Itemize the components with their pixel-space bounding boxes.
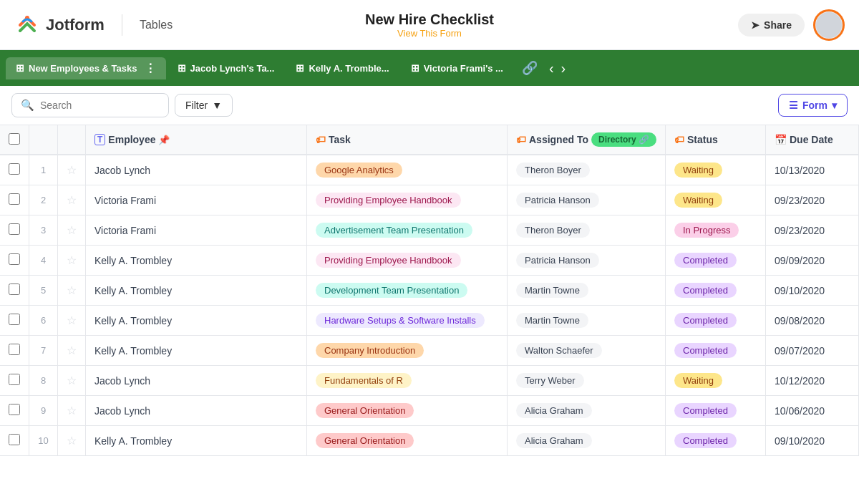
star-icon-3[interactable]: ☆ (67, 254, 77, 266)
row-checkbox-4[interactable] (9, 284, 20, 295)
row-star-5[interactable]: ☆ (58, 306, 86, 336)
row-assigned-0: Theron Boyer (508, 155, 666, 185)
row-checkbox-6[interactable] (9, 344, 20, 355)
search-icon: 🔍 (21, 99, 34, 112)
avatar[interactable] (813, 9, 845, 41)
row-due-date-9: 09/10/2020 (766, 426, 859, 456)
row-employee-8: Jacob Lynch (86, 396, 307, 426)
row-star-1[interactable]: ☆ (58, 185, 86, 215)
row-checkbox-7[interactable] (9, 374, 20, 385)
table-row: 7 ☆ Kelly A. Trombley Company Introducti… (0, 336, 859, 366)
row-checkbox-cell-8[interactable] (0, 396, 29, 426)
assigned-col-label: Assigned To (529, 134, 588, 145)
star-icon-7[interactable]: ☆ (67, 374, 77, 387)
star-icon-2[interactable]: ☆ (67, 224, 77, 236)
filter-button[interactable]: Filter ▼ (175, 94, 233, 117)
row-due-date-1: 09/23/2020 (766, 185, 859, 215)
status-badge-5: Completed (674, 313, 737, 328)
row-checkbox-3[interactable] (9, 253, 20, 265)
share-button[interactable]: ➤ Share (738, 14, 805, 37)
header-right: ➤ Share (738, 9, 845, 41)
star-icon-4[interactable]: ☆ (67, 284, 77, 296)
task-tag-9: General Orientation (316, 433, 414, 448)
directory-badge[interactable]: Directory 🔗 (591, 132, 656, 147)
row-checkbox-0[interactable] (9, 163, 20, 175)
status-header[interactable]: 🏷 Status (666, 125, 766, 155)
logo-area: Jotform Tables (14, 12, 173, 38)
row-due-date-3: 09/09/2020 (766, 246, 859, 276)
row-checkbox-2[interactable] (9, 223, 20, 235)
task-tag-8: General Orientation (316, 403, 414, 418)
table-row: 4 ☆ Kelly A. Trombley Providing Employee… (0, 246, 859, 276)
assigned-pill-4: Martin Towne (516, 283, 588, 298)
due-date-header[interactable]: 📅 Due Date (766, 125, 859, 155)
form-button[interactable]: ☰ Form ▾ (778, 94, 848, 117)
row-checkbox-cell-6[interactable] (0, 336, 29, 366)
assigned-col-icon: 🏷 (516, 134, 526, 145)
search-box[interactable]: 🔍 (11, 93, 169, 117)
view-form-link[interactable]: View This Form (365, 28, 494, 39)
assigned-to-header[interactable]: 🏷 Assigned To Directory 🔗 (508, 125, 666, 155)
star-icon-5[interactable]: ☆ (67, 314, 77, 326)
row-assigned-7: Terry Weber (508, 366, 666, 396)
row-checkbox-8[interactable] (9, 404, 20, 415)
row-num-3: 4 (29, 246, 58, 276)
row-task-9: General Orientation (307, 426, 508, 456)
row-checkbox-cell-4[interactable] (0, 276, 29, 306)
row-status-5: Completed (666, 306, 766, 336)
tab-victoria-frami[interactable]: ⊞ Victoria Frami's ... (401, 58, 513, 78)
link-icon: 🔗 (522, 60, 538, 76)
row-star-2[interactable]: ☆ (58, 215, 86, 246)
row-num-1: 2 (29, 185, 58, 215)
tab-link-button[interactable]: 🔗 (515, 56, 545, 80)
page-title: New Hire Checklist (365, 11, 494, 28)
row-checkbox-cell-3[interactable] (0, 246, 29, 276)
star-icon-6[interactable]: ☆ (67, 344, 77, 357)
row-employee-3: Kelly A. Trombley (86, 246, 307, 276)
row-checkbox-cell-2[interactable] (0, 215, 29, 246)
row-checkbox-9[interactable] (9, 434, 20, 445)
row-checkbox-cell-5[interactable] (0, 306, 29, 336)
tables-label: Tables (140, 19, 173, 32)
row-star-7[interactable]: ☆ (58, 366, 86, 396)
search-input[interactable] (40, 100, 160, 111)
main-table: T Employee 📌 🏷 Task 🏷 Assigned To (0, 125, 859, 456)
tab-kelly-trombley[interactable]: ⊞ Kelly A. Tromble... (286, 58, 399, 78)
row-star-4[interactable]: ☆ (58, 276, 86, 306)
row-checkbox-cell-7[interactable] (0, 366, 29, 396)
star-header (58, 125, 86, 155)
star-icon-8[interactable]: ☆ (67, 404, 77, 417)
tab-next-arrow[interactable]: › (558, 60, 569, 77)
table-wrapper: T Employee 📌 🏷 Task 🏷 Assigned To (0, 125, 859, 504)
row-star-8[interactable]: ☆ (58, 396, 86, 426)
star-icon-0[interactable]: ☆ (67, 164, 77, 176)
task-header[interactable]: 🏷 Task (307, 125, 508, 155)
employee-header[interactable]: T Employee 📌 (86, 125, 307, 155)
row-status-4: Completed (666, 276, 766, 306)
row-star-0[interactable]: ☆ (58, 155, 86, 185)
row-star-9[interactable]: ☆ (58, 426, 86, 456)
tab-prev-arrow[interactable]: ‹ (546, 60, 557, 77)
row-due-date-2: 09/23/2020 (766, 215, 859, 246)
row-status-7: Waiting (666, 366, 766, 396)
tab-more-icon[interactable]: ⋮ (145, 62, 156, 75)
header: Jotform Tables New Hire Checklist View T… (0, 0, 859, 50)
assigned-pill-2: Theron Boyer (516, 223, 590, 238)
row-checkbox-cell-0[interactable] (0, 155, 29, 185)
row-assigned-8: Alicia Graham (508, 396, 666, 426)
star-icon-1[interactable]: ☆ (67, 194, 77, 206)
star-icon-9[interactable]: ☆ (67, 435, 77, 447)
row-checkbox-cell-1[interactable] (0, 185, 29, 215)
row-checkbox-cell-9[interactable] (0, 426, 29, 456)
row-checkbox-5[interactable] (9, 314, 20, 325)
tab-new-employees[interactable]: ⊞ New Employees & Tasks ⋮ (6, 57, 166, 79)
tab-jacob-lynch[interactable]: ⊞ Jacob Lynch's Ta... (168, 58, 285, 78)
assigned-pill-0: Theron Boyer (516, 163, 590, 178)
row-checkbox-1[interactable] (9, 193, 20, 205)
row-employee-4: Kelly A. Trombley (86, 276, 307, 306)
row-star-6[interactable]: ☆ (58, 336, 86, 366)
form-label: Form (802, 100, 828, 111)
select-all-checkbox[interactable] (9, 133, 20, 145)
row-star-3[interactable]: ☆ (58, 246, 86, 276)
status-badge-0: Waiting (674, 163, 722, 178)
